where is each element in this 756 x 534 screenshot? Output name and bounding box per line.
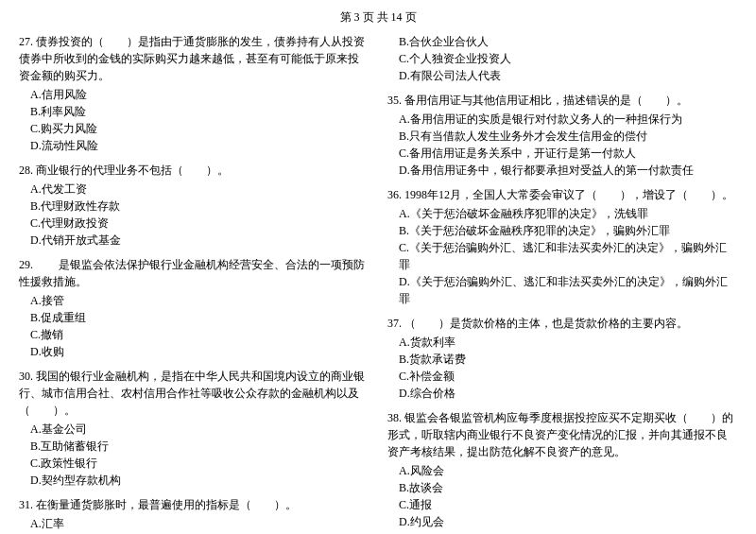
page-number: 第 3 页 共 14 页 [340, 10, 417, 24]
page-footer: 第 3 页 共 14 页 [19, 9, 737, 26]
page: 第 3 页 共 14 页 27. 债券投资的（ ）是指由于通货膨胀的发生，债券持… [19, 9, 737, 534]
question-q35-1: 35. 备用信用证与其他信用证相比，描述错误的是（ ）。A.备用信用证的实质是银… [387, 92, 737, 179]
option-q30-3[interactable]: D.契约型存款机构 [19, 472, 369, 489]
main-content: 27. 债券投资的（ ）是指由于通货膨胀的发生，债券持有人从投资债券中所收到的金… [19, 33, 737, 534]
question-q36-2: 36. 1998年12月，全国人大常委会审议了（ ），增设了（ ）。A.《关于惩… [387, 186, 737, 307]
option-q31-0[interactable]: A.汇率 [19, 515, 369, 532]
question-text-q29: 29. 是银监会依法保护银行业金融机构经营安全、合法的一项预防性援救措施。 [19, 256, 369, 290]
option-q27-2[interactable]: C.购买力风险 [19, 120, 369, 137]
option-q38-4-0[interactable]: A.风险会 [387, 462, 737, 479]
option-q28-3[interactable]: D.代销开放式基金 [19, 232, 369, 249]
option-q37-3-1[interactable]: B.货款承诺费 [387, 351, 737, 368]
option-q36-2-3[interactable]: D.《关于惩治骗购外汇、逃汇和非法买卖外汇的决定》，编购外汇罪 [387, 273, 737, 307]
left-column: 27. 债券投资的（ ）是指由于通货膨胀的发生，债券持有人从投资债券中所收到的金… [19, 33, 369, 534]
question-q29: 29. 是银监会依法保护银行业金融机构经营安全、合法的一项预防性援救措施。A.接… [19, 256, 369, 360]
option-q34_continued-0-1[interactable]: C.个人独资企业投资人 [387, 50, 737, 67]
option-q28-2[interactable]: C.代理财政投资 [19, 215, 369, 232]
option-q36-2-0[interactable]: A.《关于惩治破坏金融秩序犯罪的决定》，洗钱罪 [387, 205, 737, 222]
question-q27: 27. 债券投资的（ ）是指由于通货膨胀的发生，债券持有人从投资债券中所收到的金… [19, 33, 369, 154]
question-text-q30: 30. 我国的银行业金融机构，是指在中华人民共和国境内设立的商业银行、城市信用合… [19, 368, 369, 419]
question-q28: 28. 商业银行的代理业务不包括（ ）。A.代发工资B.代理财政性存款C.代理财… [19, 162, 369, 249]
question-q37-3: 37. （ ）是货款价格的主体，也是货款价格的主要内容。A.货款利率B.货款承诺… [387, 315, 737, 402]
option-q38-4-1[interactable]: B.故谈会 [387, 479, 737, 496]
option-q38-4-3[interactable]: D.约见会 [387, 513, 737, 530]
question-text-q38-4: 38. 银监会各银监管机构应每季度根据投控应买不定期买收（ ）的形式，听取辖内商… [387, 409, 737, 460]
option-q36-2-2[interactable]: C.《关于惩治骗购外汇、逃汇和非法买卖外汇的决定》，骗购外汇罪 [387, 239, 737, 273]
option-q27-1[interactable]: B.利率风险 [19, 103, 369, 120]
option-q35-1-1[interactable]: B.只有当借款人发生业务外才会发生信用金的偿付 [387, 128, 737, 145]
option-q27-0[interactable]: A.信用风险 [19, 86, 369, 103]
option-q30-0[interactable]: A.基金公司 [19, 421, 369, 438]
question-text-q27: 27. 债券投资的（ ）是指由于通货膨胀的发生，债券持有人从投资债券中所收到的金… [19, 33, 369, 84]
option-q34_continued-0-2[interactable]: D.有限公司法人代表 [387, 67, 737, 84]
question-q31: 31. 在衡量通货膨胀时，最普遍使用的指标是（ ）。A.汇率B.利率C.消费者物… [19, 496, 369, 534]
option-q29-3[interactable]: D.收购 [19, 343, 369, 360]
option-q28-1[interactable]: B.代理财政性存款 [19, 198, 369, 215]
option-q35-1-2[interactable]: C.备用信用证是务关系中，开证行是第一付款人 [387, 145, 737, 162]
option-q29-0[interactable]: A.接管 [19, 292, 369, 309]
question-text-q35-1: 35. 备用信用证与其他信用证相比，描述错误的是（ ）。 [387, 92, 737, 109]
option-q34_continued-0-0[interactable]: B.合伙企业合伙人 [387, 33, 737, 50]
question-q38-4: 38. 银监会各银监管机构应每季度根据投控应买不定期买收（ ）的形式，听取辖内商… [387, 409, 737, 530]
option-q35-1-0[interactable]: A.备用信用证的实质是银行对付款义务人的一种担保行为 [387, 111, 737, 128]
option-q30-1[interactable]: B.互助储蓄银行 [19, 438, 369, 455]
question-text-q37-3: 37. （ ）是货款价格的主体，也是货款价格的主要内容。 [387, 315, 737, 332]
option-q29-1[interactable]: B.促成重组 [19, 309, 369, 326]
option-q35-1-3[interactable]: D.备用信用证务中，银行都要承担对受益人的第一付款责任 [387, 162, 737, 179]
question-text-q36-2: 36. 1998年12月，全国人大常委会审议了（ ），增设了（ ）。 [387, 186, 737, 203]
option-q30-2[interactable]: C.政策性银行 [19, 455, 369, 472]
question-q34_continued-0: B.合伙企业合伙人C.个人独资企业投资人D.有限公司法人代表 [387, 33, 737, 84]
option-q38-4-2[interactable]: C.通报 [387, 496, 737, 513]
option-q27-3[interactable]: D.流动性风险 [19, 137, 369, 154]
option-q37-3-2[interactable]: C.补偿金额 [387, 368, 737, 385]
option-q37-3-3[interactable]: D.综合价格 [387, 385, 737, 402]
option-q37-3-0[interactable]: A.货款利率 [387, 334, 737, 351]
right-column: B.合伙企业合伙人C.个人独资企业投资人D.有限公司法人代表35. 备用信用证与… [387, 33, 737, 534]
question-q30: 30. 我国的银行业金融机构，是指在中华人民共和国境内设立的商业银行、城市信用合… [19, 368, 369, 489]
option-q29-2[interactable]: C.撤销 [19, 326, 369, 343]
question-text-q31: 31. 在衡量通货膨胀时，最普遍使用的指标是（ ）。 [19, 496, 369, 513]
question-text-q28: 28. 商业银行的代理业务不包括（ ）。 [19, 162, 369, 179]
option-q28-0[interactable]: A.代发工资 [19, 181, 369, 198]
option-q36-2-1[interactable]: B.《关于惩治破坏金融秩序犯罪的决定》，骗购外汇罪 [387, 222, 737, 239]
